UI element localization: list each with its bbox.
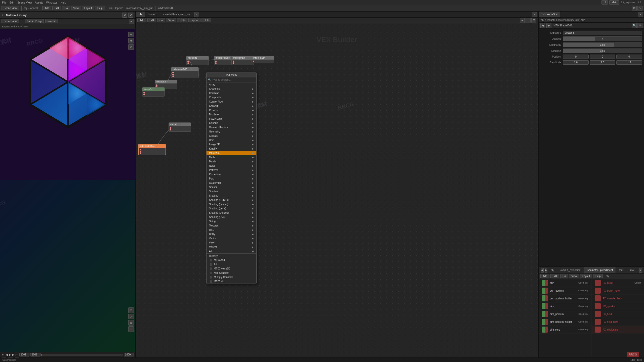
- node-tools-btn[interactable]: Tools: [177, 18, 187, 22]
- bottom-tab-out[interactable]: /out: [617, 267, 626, 273]
- menu-item-math[interactable]: Math▶: [207, 155, 256, 159]
- edit-btn[interactable]: Edit: [52, 6, 61, 10]
- menu-item-combine[interactable]: Combine▶: [207, 91, 256, 95]
- cam-btn[interactable]: No cam: [45, 19, 58, 23]
- history-noise3d[interactable]: ⬛ MTIX Noise3D: [207, 266, 256, 271]
- menu-edit[interactable]: Edit: [10, 1, 14, 4]
- help-btn[interactable]: Help: [95, 6, 105, 10]
- scene-view-select[interactable]: Scene View: [2, 6, 19, 10]
- geo-view-btn[interactable]: View: [569, 274, 579, 278]
- menu-item-matrix[interactable]: Matrix▶: [207, 159, 256, 164]
- menu-help[interactable]: Help: [60, 1, 66, 4]
- main-desk-btn[interactable]: Main: [609, 0, 619, 5]
- bottom-tab-obj[interactable]: obj: [548, 267, 557, 273]
- play-back-btn[interactable]: ⏮: [2, 353, 5, 356]
- display-icon[interactable]: ◉: [128, 320, 134, 326]
- menu-windows[interactable]: Windows: [46, 1, 58, 4]
- prop-signature-value[interactable]: Vector 3: [563, 31, 642, 35]
- history-mtlx-add[interactable]: ⬛ MTIX Add: [207, 258, 256, 262]
- panel-maximize-icon[interactable]: ⤢: [128, 13, 133, 18]
- menu-item-view[interactable]: View▶: [207, 241, 256, 245]
- history-mtix-constant[interactable]: ⬛ Mtix Constant: [207, 271, 256, 275]
- node-view-btn[interactable]: View: [166, 18, 176, 22]
- prop-amplitude-y[interactable]: 1.8: [590, 60, 615, 65]
- scene-view-btn[interactable]: Scene View: [2, 19, 19, 23]
- frame-input[interactable]: 1001: [19, 353, 29, 356]
- prop-amplitude-x[interactable]: 1.8: [563, 60, 589, 65]
- menu-item-crowds[interactable]: Crowds▶: [207, 108, 256, 112]
- geo-item-sim-core[interactable]: sim_core Geometry: [539, 326, 591, 334]
- menu-item-utility[interactable]: Utility▶: [207, 232, 256, 236]
- right-tab-properties[interactable]: mtlxfractal3d4: [539, 12, 561, 17]
- frame-current[interactable]: 1001: [30, 353, 41, 356]
- step-fwd-btn[interactable]: ▶: [12, 353, 14, 356]
- tab-close[interactable]: ×: [532, 12, 537, 17]
- geo-item-fx-field[interactable]: FX_field: [592, 310, 644, 318]
- menu-item-materialx[interactable]: MaterialX▶: [207, 151, 256, 155]
- menu-item-string[interactable]: String▶: [207, 219, 256, 223]
- history-add[interactable]: ⬛ Add: [207, 262, 256, 266]
- geo-item-fx-muzzle[interactable]: FX_muzzle_flash: [592, 295, 644, 302]
- geo-item-fx-bullet-hero[interactable]: FX_bullet_hero: [592, 287, 644, 295]
- node-mtlxfractal3d4[interactable]: mtlxfractal3d4: [138, 144, 166, 155]
- render-icon[interactable]: ▷: [637, 6, 642, 11]
- tab-node-editor[interactable]: obj: [136, 12, 145, 17]
- bottom-tab-mat[interactable]: /mat: [627, 267, 637, 273]
- prop-lacunarity-slider[interactable]: 3.89: [563, 42, 642, 47]
- menu-item-channels[interactable]: Channels▶: [207, 87, 256, 91]
- props-next-icon[interactable]: ▶: [546, 23, 551, 28]
- view-move-icon[interactable]: ↔: [128, 32, 134, 37]
- tab-material[interactable]: materiallibrary_aim_gun: [160, 12, 193, 17]
- props-search-icon[interactable]: 🔍: [632, 23, 637, 28]
- geo-add-btn[interactable]: Add: [540, 274, 549, 278]
- bottom-nav-next[interactable]: ▶: [545, 268, 547, 273]
- menu-item-shading-layers[interactable]: Shading (Layers)▶: [207, 202, 256, 206]
- node-help-btn[interactable]: Help: [202, 18, 211, 22]
- menu-scene-view[interactable]: Scene View: [17, 1, 32, 4]
- play-btn[interactable]: ▶: [9, 353, 11, 356]
- geo-help-btn[interactable]: Help: [593, 274, 603, 278]
- menu-item-patterns[interactable]: Patterns▶: [207, 168, 256, 172]
- prop-position-z[interactable]: 0: [616, 55, 642, 59]
- node-mtlxfractal3d2[interactable]: mtlxfractal3d2: [171, 67, 199, 78]
- tab-lopnet[interactable]: lopnet1: [145, 12, 160, 17]
- menu-item-fuzzy[interactable]: Fuzzy Logic▶: [207, 117, 256, 121]
- tab-add[interactable]: +: [194, 12, 199, 17]
- add-btn[interactable]: Add: [42, 6, 51, 10]
- menu-item-control-flow[interactable]: Control Flow▶: [207, 100, 256, 104]
- prop-diminish-slider[interactable]: 1.59: [563, 49, 642, 53]
- info-icon[interactable]: ℹ: [128, 326, 134, 332]
- view-btn[interactable]: View: [71, 6, 81, 10]
- menu-item-convert[interactable]: Convert▶: [207, 104, 256, 108]
- menu-item-image3d[interactable]: Image 3D▶: [207, 142, 256, 147]
- bottom-tab-fx[interactable]: /obj/FX_explosion: [558, 267, 583, 273]
- menu-item-generic-shaders[interactable]: Generic Shaders▶: [207, 125, 256, 129]
- menu-item-globals[interactable]: Globals▶: [207, 134, 256, 138]
- geo-item-aim[interactable]: aim Geometry: [539, 302, 591, 310]
- prop-position-y[interactable]: 0: [590, 55, 615, 59]
- menu-item-array[interactable]: Array: [207, 82, 256, 87]
- step-back-btn[interactable]: ◀: [6, 353, 8, 356]
- node-frame[interactable]: ⊞: [531, 18, 536, 23]
- menu-item-procedural[interactable]: Procedural▶: [207, 172, 256, 176]
- bottom-tab-add[interactable]: +: [639, 268, 642, 273]
- bottom-nav-prev[interactable]: ◀: [541, 268, 544, 273]
- node-zoom-in[interactable]: +: [520, 18, 525, 23]
- node-go-btn[interactable]: Go: [157, 18, 165, 22]
- tab-menu-search-input[interactable]: [212, 78, 255, 81]
- menu-item-noise[interactable]: Noise▶: [207, 164, 256, 168]
- right-tab-close[interactable]: ×: [638, 12, 643, 17]
- node-mtlxremap4[interactable]: mtlxremap4: [252, 56, 274, 63]
- node-mtlxclamp2[interactable]: mtlxclamp2: [231, 56, 254, 65]
- menu-item-hair[interactable]: Hair▶: [207, 138, 256, 142]
- karma-btn[interactable]: Karma Persp: [25, 19, 44, 23]
- menu-item-composite[interactable]: Composite▶: [207, 95, 256, 100]
- snap-icon[interactable]: ⊞: [632, 6, 637, 11]
- node-add-btn[interactable]: Add: [137, 18, 146, 22]
- geo-item-aim-podium-holder[interactable]: aim_podium_holder Geometry: [539, 318, 591, 326]
- node-zoom-out[interactable]: -: [526, 18, 531, 23]
- workspace-btn[interactable]: H: [601, 0, 608, 5]
- node-layout-btn[interactable]: Layout: [188, 18, 200, 22]
- prop-octaves-slider[interactable]: 4: [563, 36, 642, 41]
- menu-item-shading-utils[interactable]: Shading (Utilities)▶: [207, 211, 256, 215]
